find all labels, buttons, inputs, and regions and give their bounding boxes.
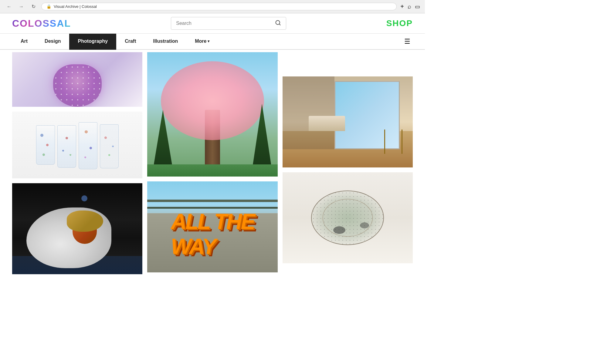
list-item[interactable] (12, 112, 142, 178)
nav-item-craft[interactable]: Craft (116, 34, 144, 50)
nav-item-photography[interactable]: Photography (69, 34, 116, 50)
list-item[interactable] (283, 172, 413, 263)
site-header: COLOSSAL SHOP (0, 13, 425, 34)
list-item[interactable] (12, 183, 142, 274)
image-pelican (12, 183, 142, 274)
search-icon (275, 20, 281, 27)
arena-outer (311, 190, 384, 245)
image-cherry-tree (147, 52, 277, 177)
forward-button[interactable]: → (17, 2, 25, 11)
list-item[interactable]: ALL THEWAY (147, 181, 277, 272)
hamburger-menu[interactable]: ☰ (402, 35, 413, 48)
bird-silhouette (81, 195, 87, 201)
grid-column-3 (283, 52, 413, 274)
jellyfish-dots (53, 64, 102, 107)
graffiti-letters: ALL THEWAY (171, 209, 254, 259)
glass-pattern-2 (58, 126, 76, 167)
glass-3 (79, 122, 97, 169)
glass-pattern-3 (79, 123, 97, 169)
tree-canopy (161, 61, 264, 140)
zoom-icon[interactable]: ⌕ (408, 3, 411, 10)
svg-line-1 (279, 24, 280, 25)
arena-inner (323, 199, 373, 236)
grid-column-2: ALL THEWAY (147, 52, 277, 274)
image-arena-drawing (283, 172, 413, 263)
animal-figure (333, 226, 345, 234)
image-jellyfish (12, 52, 142, 107)
glass-pattern-4 (100, 125, 118, 168)
bed (309, 116, 345, 131)
lock-icon: 🔒 (46, 4, 51, 9)
nav-item-illustration[interactable]: Illustration (144, 34, 186, 50)
list-item[interactable] (147, 52, 277, 177)
glass-pattern-1 (36, 126, 55, 164)
image-room (283, 76, 413, 167)
site-navigation: Art Design Photography Craft Illustratio… (0, 34, 425, 50)
graffiti-fence (147, 200, 277, 202)
search-bar[interactable] (171, 17, 286, 30)
site-logo[interactable]: COLOSSAL (12, 18, 71, 29)
image-glasses (12, 112, 142, 178)
nav-item-art[interactable]: Art (12, 34, 36, 50)
list-item[interactable] (283, 76, 413, 167)
cat-silhouette (67, 211, 103, 232)
window-icon[interactable]: ▭ (415, 3, 420, 10)
refresh-button[interactable]: ↻ (29, 2, 38, 11)
address-bar[interactable]: 🔒 Visual Archive | Colossal (41, 3, 397, 10)
list-item[interactable] (12, 52, 142, 107)
browser-chrome: ← → ↻ 🔒 Visual Archive | Colossal + ⌕ ▭ (0, 0, 425, 13)
glass-2 (57, 125, 76, 168)
content-grid: ALL THEWAY (12, 50, 413, 274)
search-input[interactable] (176, 21, 273, 26)
room-swing (384, 130, 402, 154)
graffiti-fence-2 (147, 207, 277, 209)
shop-link[interactable]: SHOP (386, 19, 413, 28)
main-content: ALL THEWAY (0, 50, 425, 274)
jellyfish-shape (53, 64, 102, 107)
glass-4 (100, 124, 119, 168)
nav-item-design[interactable]: Design (36, 34, 69, 50)
nav-item-more[interactable]: More ▾ (186, 34, 218, 50)
back-button[interactable]: ← (5, 2, 13, 11)
page-title: Visual Archive | Colossal (54, 4, 97, 9)
new-tab-icon[interactable]: + (400, 3, 404, 10)
grid-column-1 (12, 52, 142, 274)
image-graffiti: ALL THEWAY (147, 181, 277, 272)
room-wall-left (283, 76, 335, 149)
chevron-down-icon: ▾ (208, 39, 209, 43)
tree-grass (147, 164, 277, 177)
glass-1 (36, 125, 55, 165)
